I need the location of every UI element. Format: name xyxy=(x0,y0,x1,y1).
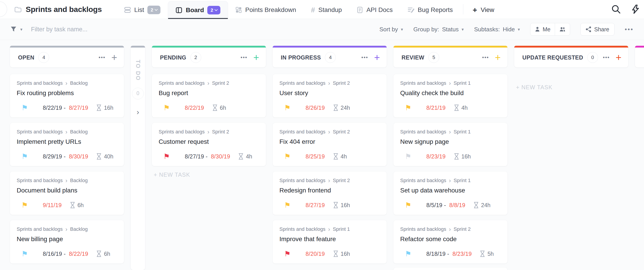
task-card-partial[interactable] xyxy=(394,268,508,270)
column-menu-icon[interactable]: ••• xyxy=(99,54,106,60)
task-card[interactable]: Sprints and backlogs › Sprint 2 Refactor… xyxy=(394,220,508,264)
priority-flag-icon[interactable]: ⚑ xyxy=(405,202,426,209)
task-dates: 8/21/19 xyxy=(426,104,446,111)
tab-list[interactable]: List 2 xyxy=(117,1,168,19)
sort-by-dropdown[interactable]: Sort by▾ xyxy=(380,26,403,33)
task-meta: ⚑ 8/22/19 6h xyxy=(159,104,259,111)
folder-icon xyxy=(14,6,22,12)
task-meta: ⚑ 9/11/19 6h xyxy=(17,202,117,209)
task-card[interactable]: Sprints and backlogs › Backlog New billi… xyxy=(10,220,124,264)
me-filter-button[interactable]: Me xyxy=(530,23,555,36)
new-task-button[interactable]: + NEW TASK xyxy=(10,269,124,270)
tab-board[interactable]: Board 2 xyxy=(168,1,228,19)
date-dash: - xyxy=(62,250,69,257)
priority-flag-icon[interactable]: ⚑ xyxy=(405,104,426,111)
task-card[interactable]: Sprints and backlogs › Backlog Implement… xyxy=(10,123,124,166)
assignees-button[interactable] xyxy=(555,23,570,36)
task-meta: ⚑ 8/25/19 4h xyxy=(280,153,380,160)
task-meta: ⚑ 8/26/19 24h xyxy=(280,104,380,111)
tab-points-breakdown[interactable]: Points Breakdown xyxy=(228,1,304,19)
tab-standup[interactable]: # Standup xyxy=(304,1,349,19)
tab-badge-count[interactable]: 2 xyxy=(207,6,220,14)
priority-flag-icon[interactable]: ⚑ xyxy=(22,153,43,160)
corner-circle-decoration xyxy=(0,1,7,17)
task-card[interactable]: Sprints and backlogs › Sprint 2 Fix 404 … xyxy=(273,123,387,166)
priority-flag-icon[interactable]: ⚑ xyxy=(163,104,185,111)
subtasks-dropdown[interactable]: Subtasks: Hide ▾ xyxy=(474,26,520,33)
tab-bug-reports[interactable]: Bug Reports xyxy=(400,1,460,19)
estimate-value: 5h xyxy=(488,250,494,257)
share-button[interactable]: Share xyxy=(580,23,614,36)
column-menu-icon[interactable]: ••• xyxy=(603,54,610,60)
filter-caret-icon[interactable]: ▾ xyxy=(20,27,22,32)
expand-chevron-icon[interactable]: › xyxy=(136,108,139,116)
priority-flag-icon[interactable]: ⚑ xyxy=(22,202,43,209)
priority-flag-icon[interactable]: ⚑ xyxy=(284,104,306,111)
collapsed-column[interactable]: TO DO 0 › xyxy=(131,46,145,270)
new-task-button[interactable]: + NEW TASK xyxy=(273,269,387,270)
breadcrumb-separator-icon: › xyxy=(328,226,330,232)
task-card[interactable]: Sprints and backlogs › Backlog Fix routi… xyxy=(10,74,124,118)
breadcrumb-separator-icon: › xyxy=(65,178,68,184)
priority-flag-icon[interactable]: ⚑ xyxy=(284,202,306,209)
task-dates: 8/26/19 xyxy=(306,104,325,111)
task-card[interactable]: Sprints and backlogs › Sprint 1 Set up d… xyxy=(394,172,508,215)
time-estimate: 4h xyxy=(333,153,347,160)
column-add-task-icon[interactable]: + xyxy=(111,54,117,61)
column-menu-icon[interactable]: ••• xyxy=(482,54,489,60)
people-icon xyxy=(559,26,566,32)
filter-funnel-icon[interactable] xyxy=(10,26,17,32)
task-card[interactable]: Sprints and backlogs › Sprint 2 Customer… xyxy=(152,123,266,166)
priority-flag-icon[interactable]: ⚑ xyxy=(405,250,426,258)
automation-lightning-icon[interactable] xyxy=(631,4,640,14)
column-add-task-icon[interactable]: + xyxy=(374,54,380,61)
column-add-task-icon[interactable]: + xyxy=(616,54,622,61)
new-task-button[interactable]: + NEW TASK xyxy=(152,172,266,178)
task-dates: 8/27/19 - 8/30/19 xyxy=(185,153,230,160)
search-icon[interactable] xyxy=(611,4,621,14)
breadcrumb-location: Sprint 2 xyxy=(333,80,350,86)
priority-flag-icon[interactable]: ⚑ xyxy=(22,250,43,258)
task-card[interactable]: Sprints and backlogs › Sprint 1 Improve … xyxy=(273,220,387,264)
priority-flag-icon[interactable]: ⚑ xyxy=(284,153,306,160)
task-card[interactable]: Sprints and backlogs › Backlog Document … xyxy=(10,172,124,215)
add-view-button[interactable]: + View xyxy=(466,1,501,19)
priority-flag-icon[interactable]: ⚑ xyxy=(163,153,185,160)
column-menu-icon[interactable]: ••• xyxy=(241,54,248,60)
task-card[interactable]: Sprints and backlogs › Sprint 1 Quality … xyxy=(394,74,508,118)
breadcrumb-location: Sprint 2 xyxy=(212,80,229,86)
column-add-task-icon[interactable]: + xyxy=(495,54,501,61)
priority-flag-icon[interactable]: ⚑ xyxy=(405,153,426,160)
date-dash: - xyxy=(204,153,211,160)
tab-badge-count[interactable]: 2 xyxy=(147,6,160,14)
column-menu-icon[interactable]: ••• xyxy=(362,54,368,60)
more-options-icon[interactable]: ••• xyxy=(625,26,634,33)
task-card[interactable]: Sprints and backlogs › Sprint 2 User sto… xyxy=(273,74,387,118)
task-dates: 8/20/19 xyxy=(306,250,325,257)
task-card[interactable]: Sprints and backlogs › Sprint 2 Bug repo… xyxy=(152,74,266,118)
start-date: 8/22/19 xyxy=(43,104,62,111)
tab-api-docs[interactable]: API Docs xyxy=(349,1,400,19)
priority-flag-icon[interactable]: ⚑ xyxy=(22,104,43,111)
breadcrumb-root: Sprints and backlogs xyxy=(17,129,63,135)
filter-input[interactable] xyxy=(31,26,157,33)
hourglass-icon xyxy=(474,202,479,208)
task-card[interactable]: Sprints and backlogs › Sprint 1 New sign… xyxy=(394,123,508,166)
column-count-badge: 4 xyxy=(325,52,336,63)
priority-flag-icon[interactable]: ⚑ xyxy=(284,250,306,258)
estimate-value: 16h xyxy=(104,104,113,111)
breadcrumb-separator-icon: › xyxy=(65,226,68,232)
breadcrumb-separator-icon: › xyxy=(207,129,210,135)
task-card[interactable]: Sprints and backlogs › Sprint 2 Redesign… xyxy=(273,172,387,215)
hourglass-icon xyxy=(96,153,102,160)
column-count-badge: 0 xyxy=(132,88,144,100)
group-by-dropdown[interactable]: Group by: Status ▾ xyxy=(414,26,464,33)
new-task-button[interactable]: + NEW TASK xyxy=(514,84,628,90)
top-bar: Sprints and backlogs List 2 Board xyxy=(0,0,644,19)
breadcrumb-root: Sprints and backlogs xyxy=(400,226,446,232)
column-add-task-icon[interactable]: + xyxy=(253,54,259,61)
column-cards: Sprints and backlogs › Sprint 1 Quality … xyxy=(394,74,508,270)
group-by-value: Status xyxy=(442,26,459,33)
chevron-down-icon xyxy=(214,8,218,11)
date-dash: - xyxy=(446,250,452,257)
